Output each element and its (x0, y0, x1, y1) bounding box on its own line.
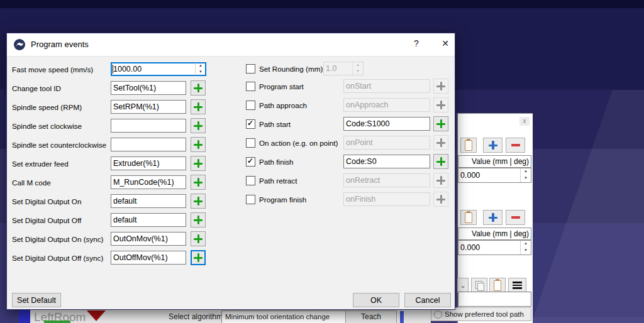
plus-icon (194, 84, 203, 92)
value-spinbox[interactable]: ▲▼ (458, 240, 531, 255)
plus-icon (436, 138, 445, 147)
top-black-bar (0, 0, 644, 8)
event-input[interactable] (343, 192, 430, 206)
add-button[interactable] (191, 212, 206, 227)
plus-icon (194, 178, 203, 187)
robodk-logo-icon (14, 39, 25, 50)
add-button[interactable] (433, 97, 448, 112)
plus-icon (194, 197, 203, 205)
menu-button[interactable] (508, 278, 526, 293)
add-button[interactable] (191, 118, 206, 133)
add-button[interactable] (433, 154, 448, 169)
set-default-button[interactable]: Set Default (12, 293, 61, 307)
plus-icon (436, 195, 445, 204)
remove-value-button[interactable] (506, 138, 525, 153)
minus-icon (511, 216, 520, 219)
show-preferred-tool-path-label: Show preferred tool path (445, 310, 524, 318)
right-row: Set Rounding (mm)▲▼ (246, 59, 453, 78)
add-button[interactable] (433, 116, 448, 131)
add-button[interactable] (433, 173, 448, 188)
left-row: Change tool ID (12, 79, 232, 97)
left-row: Set Digital Output On (sync) (12, 229, 232, 248)
add-button[interactable] (191, 250, 206, 265)
checkbox[interactable] (246, 138, 255, 148)
field-input[interactable] (111, 175, 186, 189)
paste-button[interactable] (460, 210, 477, 225)
checkbox[interactable] (246, 101, 255, 110)
spin-input[interactable] (458, 241, 520, 255)
teach-button[interactable]: Teach (345, 310, 397, 323)
spin-input[interactable] (324, 62, 352, 75)
event-label: Path finish (259, 158, 294, 166)
checkbox[interactable] (246, 176, 255, 185)
remove-value-button[interactable] (506, 210, 525, 225)
close-icon[interactable]: ✕ (437, 38, 453, 51)
checkbox[interactable] (246, 157, 255, 167)
left-row: Spindle speed (RPM) (12, 97, 232, 116)
field-input[interactable] (111, 232, 186, 246)
algorithm-dropdown[interactable]: Minimum tool orientation change ▾ (221, 310, 357, 323)
field-input[interactable] (111, 251, 186, 265)
event-label: On action (e.g. on point) (259, 139, 338, 147)
add-value-button[interactable] (483, 210, 502, 225)
checkbox[interactable] (246, 64, 255, 74)
fast-move-speed-spinbox[interactable]: ▲▼ (111, 62, 206, 76)
checkbox[interactable] (246, 119, 255, 129)
field-input[interactable] (111, 213, 186, 227)
panel-close-icon[interactable]: x (519, 117, 530, 126)
paste-icon (465, 212, 472, 223)
value-spinbox[interactable]: ▲▼ (458, 168, 531, 183)
add-button[interactable] (433, 135, 448, 150)
field-input[interactable] (111, 138, 186, 151)
add-button[interactable] (191, 194, 206, 209)
event-label: Program start (259, 82, 304, 90)
add-button[interactable] (191, 137, 206, 152)
panel-text-input[interactable] (458, 292, 531, 307)
paste-button[interactable] (460, 138, 477, 153)
spinner-arrows[interactable]: ▲▼ (520, 241, 531, 255)
event-input[interactable] (343, 173, 430, 187)
event-input[interactable] (343, 98, 430, 112)
add-button[interactable] (191, 175, 206, 190)
plus-icon (194, 121, 203, 130)
add-button[interactable] (433, 79, 448, 94)
spinner-arrows[interactable]: ▲▼ (520, 168, 531, 182)
minus-icon (511, 144, 520, 146)
field-input[interactable] (111, 194, 186, 208)
left-row: Set extruder feed (12, 154, 232, 173)
checkbox[interactable] (246, 195, 255, 204)
spin-input[interactable] (111, 63, 195, 75)
checkbox[interactable] (246, 82, 255, 91)
paste-button[interactable] (489, 278, 506, 293)
field-input[interactable] (111, 119, 186, 133)
add-button[interactable] (191, 231, 206, 246)
spinner-arrows[interactable]: ▲▼ (352, 62, 363, 75)
copy-button[interactable] (471, 278, 487, 293)
paste-icon (494, 280, 501, 291)
field-input[interactable] (111, 156, 186, 170)
dialog-titlebar[interactable]: Program events ? ✕ (7, 33, 455, 57)
rounding-spinbox[interactable]: ▲▼ (323, 62, 364, 75)
ok-button[interactable]: OK (353, 293, 399, 307)
event-input[interactable] (343, 117, 430, 131)
field-input[interactable] (111, 81, 186, 95)
select-algorithm-label: Select algorithm: (169, 312, 225, 321)
left-row: Call M code (12, 173, 232, 192)
spinner-arrows[interactable]: ▲▼ (195, 63, 206, 75)
cancel-button[interactable]: Cancel (404, 293, 451, 307)
field-input[interactable] (111, 100, 186, 114)
event-input[interactable] (343, 136, 430, 150)
dropdown-button[interactable]: ⌄ (457, 278, 469, 293)
add-button[interactable] (433, 192, 448, 207)
plus-icon (194, 216, 203, 224)
help-button[interactable]: ? (409, 38, 423, 51)
event-input[interactable] (343, 79, 430, 93)
add-value-button[interactable] (483, 138, 502, 153)
add-button[interactable] (191, 99, 206, 114)
field-label: Set Digital Output Off (sync) (12, 254, 103, 262)
right-row: Path retract (246, 171, 453, 190)
event-input[interactable] (343, 155, 430, 168)
add-button[interactable] (191, 156, 206, 171)
add-button[interactable] (191, 80, 206, 96)
spin-input[interactable] (458, 168, 520, 182)
